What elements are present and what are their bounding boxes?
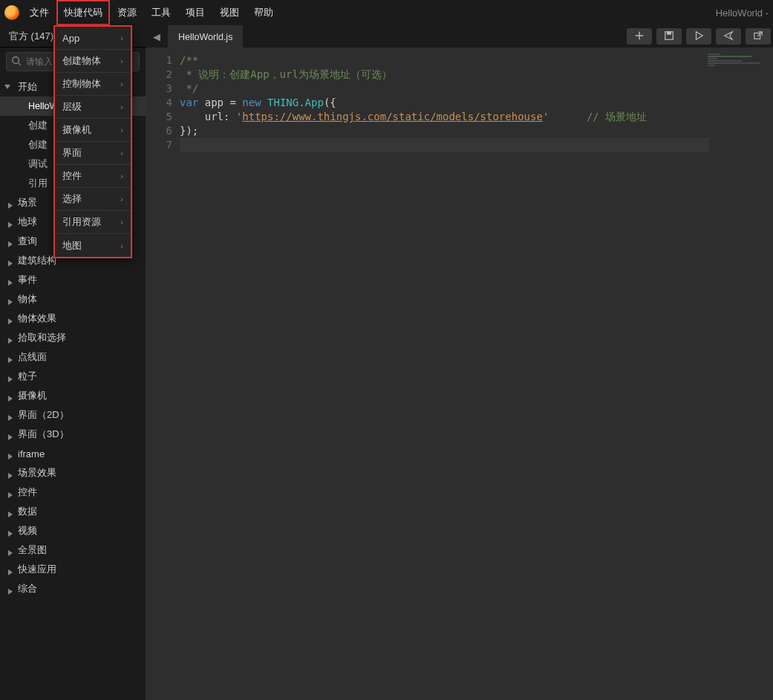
save-button[interactable] xyxy=(656,28,682,45)
dropdown-item-引用资源[interactable]: 引用资源› xyxy=(55,211,131,234)
chevron-right-icon: › xyxy=(120,102,123,111)
chevron-right-icon xyxy=(7,296,13,302)
minimap[interactable] xyxy=(708,53,770,61)
menu-视图[interactable]: 视图 xyxy=(212,0,247,25)
tree-group-label: 粒子 xyxy=(18,370,37,383)
chevron-right-icon xyxy=(7,508,13,514)
menu-工具[interactable]: 工具 xyxy=(144,0,178,25)
code-text: .App xyxy=(299,97,324,108)
dropdown-item-地图[interactable]: 地图› xyxy=(55,234,131,257)
tree-group-iframe[interactable]: iframe xyxy=(0,444,146,463)
line-number: 7 xyxy=(146,138,172,152)
send-button[interactable] xyxy=(716,28,741,45)
tree-group-数据[interactable]: 数据 xyxy=(0,502,146,521)
code-text: https://www.thingjs.com/static/models/st… xyxy=(242,111,543,122)
tree-group-label: 控件 xyxy=(18,485,37,499)
tree-group-物体效果[interactable]: 物体效果 xyxy=(0,309,146,328)
current-line-highlight xyxy=(180,138,709,152)
run-button[interactable] xyxy=(686,28,711,45)
tree-group-视频[interactable]: 视频 xyxy=(0,521,146,540)
code-content[interactable]: /** * 说明：创建App，url为场景地址（可选） */ var app =… xyxy=(180,48,773,700)
chevron-right-icon xyxy=(7,431,13,437)
tree-group-label: 全景图 xyxy=(18,543,47,557)
tree-group-点线面[interactable]: 点线面 xyxy=(0,347,146,367)
tree-group-物体[interactable]: 物体 xyxy=(0,290,146,309)
line-number: 2 xyxy=(146,68,172,82)
tree-group-全景图[interactable]: 全景图 xyxy=(0,540,146,560)
code-text: url: xyxy=(180,111,236,122)
tree-group-摄像机[interactable]: 摄像机 xyxy=(0,386,146,405)
send-icon xyxy=(723,30,734,43)
menu-文件[interactable]: 文件 xyxy=(22,0,56,25)
chevron-right-icon: › xyxy=(120,217,123,226)
dropdown-item-label: 引用资源 xyxy=(62,215,101,229)
window-title: HelloWorld - xyxy=(716,0,769,25)
tree-group-label: 摄像机 xyxy=(18,389,47,402)
open-external-button[interactable] xyxy=(746,28,771,45)
menu-项目[interactable]: 项目 xyxy=(178,0,212,25)
open-external-icon xyxy=(753,30,763,43)
chevron-right-icon xyxy=(7,315,13,321)
search-icon xyxy=(11,56,26,68)
line-number: 3 xyxy=(146,82,172,96)
dropdown-item-摄像机[interactable]: 摄像机› xyxy=(55,119,131,142)
tree-group-label: 物体 xyxy=(18,292,37,306)
code-text: }); xyxy=(180,125,198,137)
chevron-right-icon xyxy=(7,200,13,206)
dropdown-item-创建物体[interactable]: 创建物体› xyxy=(55,50,131,73)
code-text: ({ xyxy=(324,97,336,108)
chevron-right-icon: › xyxy=(120,194,123,203)
tree-group-事件[interactable]: 事件 xyxy=(0,270,146,290)
tree-group-label: 查询 xyxy=(18,235,37,248)
menu-资源[interactable]: 资源 xyxy=(110,0,144,25)
dropdown-item-层级[interactable]: 层级› xyxy=(55,96,131,119)
tree-group-label: 视频 xyxy=(18,524,37,537)
line-number: 6 xyxy=(146,124,172,138)
tree-group-label: iframe xyxy=(18,448,45,459)
chevron-right-icon xyxy=(7,84,13,90)
chevron-right-icon xyxy=(7,489,13,495)
dropdown-item-控制物体[interactable]: 控制物体› xyxy=(55,73,131,96)
chevron-right-icon xyxy=(7,335,13,341)
tree-group-控件[interactable]: 控件 xyxy=(0,483,146,502)
dropdown-item-App[interactable]: App› xyxy=(55,27,131,50)
chevron-right-icon xyxy=(7,373,13,379)
chevron-right-icon xyxy=(7,412,13,418)
chevron-right-icon: › xyxy=(120,171,123,180)
new-file-button[interactable] xyxy=(627,28,652,45)
tree-group-label: 点线面 xyxy=(18,350,47,364)
tree-group-label: 界面（3D） xyxy=(18,428,69,441)
tree-group-label: 快速应用 xyxy=(18,563,56,576)
tree-group-快速应用[interactable]: 快速应用 xyxy=(0,560,146,579)
tree-group-label: 综合 xyxy=(18,582,37,595)
file-tab-helloworld[interactable]: HelloWorld.js xyxy=(168,25,243,48)
svg-rect-3 xyxy=(667,31,671,34)
tree-group-label: 界面（2D） xyxy=(18,408,69,422)
chevron-right-icon xyxy=(7,586,13,592)
tree-group-界面（2D）[interactable]: 界面（2D） xyxy=(0,405,146,425)
tree-group-label: 建筑结构 xyxy=(18,254,56,267)
tree-group-拾取和选择[interactable]: 拾取和选择 xyxy=(0,328,146,347)
dropdown-item-label: 控件 xyxy=(62,169,82,183)
tree-group-场景效果[interactable]: 场景效果 xyxy=(0,463,146,483)
tree-group-界面（3D）[interactable]: 界面（3D） xyxy=(0,425,146,444)
tree-group-综合[interactable]: 综合 xyxy=(0,579,146,598)
dropdown-item-label: App xyxy=(62,33,79,44)
dropdown-item-界面[interactable]: 界面› xyxy=(55,142,131,165)
tree-group-label: 开始 xyxy=(18,80,37,94)
svg-line-1 xyxy=(19,62,22,65)
line-number: 1 xyxy=(146,53,172,68)
code-text: var xyxy=(180,97,198,108)
code-text: * 说明：创建App，url为场景地址（可选） xyxy=(180,68,392,80)
menu-帮助[interactable]: 帮助 xyxy=(247,0,281,25)
dropdown-item-控件[interactable]: 控件› xyxy=(55,165,131,188)
panel-collapse-button[interactable]: ◀ xyxy=(146,25,168,48)
line-number: 4 xyxy=(146,96,172,110)
svg-rect-4 xyxy=(754,33,760,39)
dropdown-item-选择[interactable]: 选择› xyxy=(55,188,131,211)
svg-point-0 xyxy=(13,56,19,63)
save-icon xyxy=(664,30,674,43)
menu-快捷代码[interactable]: 快捷代码 xyxy=(56,0,110,25)
code-body[interactable]: 1234567 /** * 说明：创建App，url为场景地址（可选） */ v… xyxy=(146,48,773,700)
tree-group-粒子[interactable]: 粒子 xyxy=(0,367,146,386)
